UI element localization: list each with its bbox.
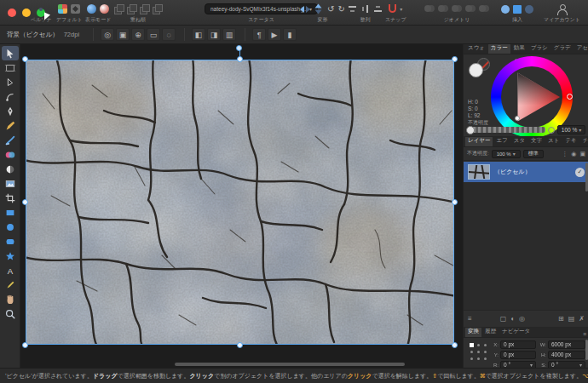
opacity-slider-knob[interactable]	[466, 126, 475, 134]
revert-defaults-icon[interactable]	[58, 4, 67, 14]
rotate-cw-icon[interactable]: ↻	[337, 4, 344, 14]
node-tool[interactable]	[2, 75, 19, 89]
height-field[interactable]: 4000 px	[548, 351, 585, 359]
rectangle-tool[interactable]	[2, 205, 19, 220]
blend-mode-select[interactable]: 標準	[523, 150, 544, 158]
fill-stroke-swatches[interactable]	[469, 58, 494, 78]
tab-履歴[interactable]: 履歴	[482, 328, 499, 337]
handle-middle-right[interactable]	[452, 199, 458, 205]
star-tool[interactable]	[2, 249, 19, 263]
boolean-intersect-icon[interactable]	[452, 5, 462, 13]
noise-toggle-icon[interactable]	[548, 127, 555, 134]
x-field[interactable]: 0 px	[500, 340, 536, 349]
layer-opacity-value[interactable]: 100 % ▾	[492, 150, 521, 158]
layer-row[interactable]: （ピクセル） ✓	[464, 162, 588, 182]
tab-スウォ[interactable]: スウォ	[465, 44, 487, 54]
canvas-viewport[interactable]	[20, 44, 463, 368]
pen-tool[interactable]	[2, 104, 19, 118]
delete-layer-icon[interactable]: ✗	[579, 315, 585, 323]
tab-テキ[interactable]: テキ	[562, 137, 579, 146]
snapping-options-caret-icon[interactable]: ▾	[400, 6, 402, 12]
align-middle-icon[interactable]	[373, 4, 383, 14]
boolean-subtract-icon[interactable]	[438, 5, 448, 13]
spacing-options-icon[interactable]: ▥	[222, 28, 236, 41]
pixel-view-icon[interactable]	[100, 4, 109, 14]
placed-image[interactable]	[26, 60, 454, 345]
color-picker-tool[interactable]	[2, 277, 19, 292]
move-to-back-icon[interactable]	[153, 4, 162, 14]
move-to-front-icon[interactable]	[114, 4, 124, 14]
handle-top-left[interactable]	[22, 56, 28, 62]
pencil-tool[interactable]	[2, 118, 19, 133]
edit-all-layers-icon[interactable]: ◉	[571, 151, 576, 157]
boolean-divide-icon[interactable]	[465, 5, 476, 13]
tab-レイヤー[interactable]: レイヤー	[465, 137, 493, 146]
view-tool[interactable]	[2, 292, 19, 306]
move-forward-icon[interactable]: ▶	[268, 28, 281, 41]
zoom-tool[interactable]	[2, 306, 19, 321]
boolean-add-icon[interactable]	[424, 5, 435, 13]
rotation-handle[interactable]	[236, 45, 242, 51]
transparency-tool[interactable]	[2, 162, 19, 176]
snapping-magnet-icon[interactable]	[389, 4, 396, 13]
rounded-rectangle-tool[interactable]	[2, 234, 19, 249]
place-image-tool[interactable]	[2, 176, 19, 191]
handle-middle-left[interactable]	[22, 199, 28, 205]
handle-top-right[interactable]	[452, 56, 458, 62]
layer-thumbnail[interactable]	[468, 164, 490, 180]
align-top-icon[interactable]	[360, 4, 370, 14]
box-from-stroke-icon[interactable]: ▭	[147, 28, 160, 41]
horizontal-scrollbar[interactable]	[175, 363, 405, 366]
vector-crop-tool[interactable]	[2, 191, 19, 205]
flip-horizontal-icon[interactable]	[300, 4, 310, 14]
insert-on-top-icon[interactable]	[513, 5, 522, 14]
anchor-point-selector[interactable]	[468, 341, 488, 362]
tab-カラー[interactable]: カラー	[488, 44, 510, 54]
handle-bottom-left[interactable]	[22, 342, 28, 348]
handle-bottom-center[interactable]	[237, 342, 243, 348]
handle-bottom-right[interactable]	[452, 342, 458, 348]
paragraph-icon[interactable]: ¶	[252, 28, 266, 41]
insert-behind-mode-icon[interactable]	[525, 5, 533, 14]
width-field[interactable]: 6000 px	[548, 340, 585, 349]
distribute-options-icon[interactable]: ◨	[207, 28, 221, 41]
align-options-icon[interactable]: ◧	[192, 28, 205, 41]
fill-tool[interactable]	[2, 147, 19, 162]
insert-inside-icon[interactable]	[501, 5, 510, 14]
opacity-slider[interactable]	[468, 127, 545, 133]
tab-グラデ[interactable]: グラデ	[551, 44, 574, 54]
adjustment-layer-icon[interactable]: ◐	[510, 315, 515, 323]
boolean-combine-icon[interactable]	[479, 5, 489, 13]
designer-persona-button[interactable]	[39, 8, 43, 11]
group-layers-icon[interactable]: ▤	[568, 315, 575, 323]
layer-visibility-checkbox[interactable]: ✓	[575, 168, 585, 177]
tab-エフ[interactable]: エフ	[493, 137, 510, 146]
y-field[interactable]: 0 px	[500, 351, 536, 359]
tab-スタ[interactable]: スタ	[511, 137, 527, 146]
tab-アセッ[interactable]: アセッ	[574, 44, 588, 54]
tab-変換[interactable]: 変換	[465, 328, 481, 337]
tab-ナビゲータ[interactable]: ナビゲータ	[499, 328, 533, 337]
cycle-selection-box-icon[interactable]: ◌	[162, 28, 176, 41]
opacity-value-box[interactable]: 100 % ▾	[557, 125, 585, 134]
close-window-button[interactable]	[8, 9, 16, 17]
layer-options-icon[interactable]: ≡	[468, 315, 472, 323]
corner-tool[interactable]	[2, 89, 19, 104]
hue-selector[interactable]	[567, 94, 573, 100]
vector-view-icon[interactable]	[87, 4, 96, 14]
align-left-icon[interactable]	[348, 4, 357, 14]
artboard-tool[interactable]	[2, 60, 19, 75]
move-forward-one-icon[interactable]	[127, 4, 136, 14]
insert-behind-icon[interactable]: ▮	[283, 28, 297, 41]
show-alignment-handles-icon[interactable]: ⊕	[131, 28, 145, 41]
tab-ブラシ[interactable]: ブラシ	[528, 44, 551, 54]
minimize-window-button[interactable]	[22, 9, 31, 17]
tab-効果[interactable]: 効果	[511, 44, 527, 54]
tab-スト[interactable]: スト	[545, 137, 562, 146]
add-layer-icon[interactable]: ⊞	[558, 315, 564, 323]
mask-layer-icon[interactable]: ▢	[500, 315, 507, 323]
panel-menu-icon[interactable]: ≡	[583, 331, 587, 337]
lock-icon[interactable]: ▣	[579, 151, 585, 157]
panel-options-icon[interactable]: ⋮	[562, 151, 568, 157]
flip-vertical-icon[interactable]	[314, 4, 324, 14]
